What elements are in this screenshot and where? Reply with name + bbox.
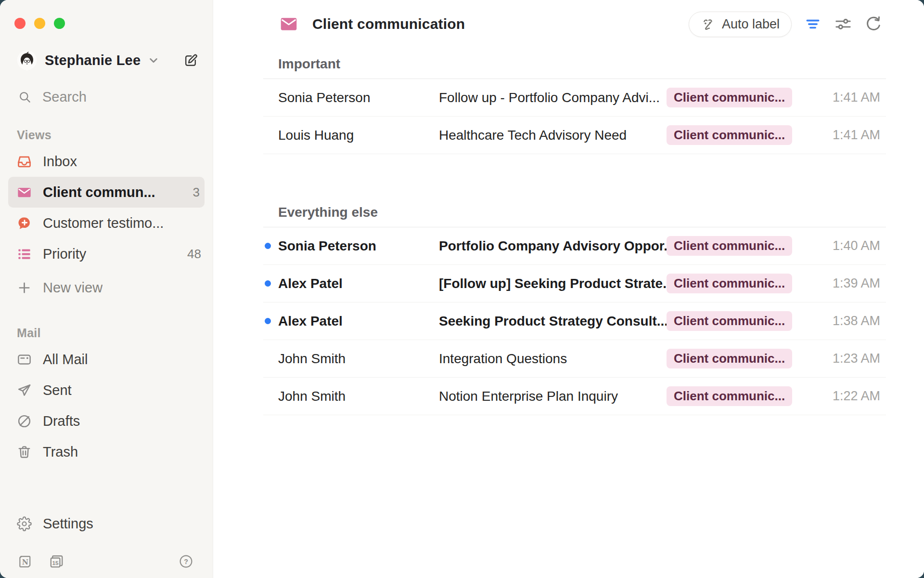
email-subject: Follow up - Portfolio Company Advi... [439, 90, 667, 105]
sidebar-item-sent[interactable]: Sent [0, 375, 213, 406]
header-actions: Auto label [689, 12, 883, 37]
sidebar-item-label: All Mail [43, 352, 88, 368]
sidebar: Stephanie Lee Search Views Inbox [0, 0, 213, 578]
email-row[interactable]: Sonia Peterson Follow up - Portfolio Com… [263, 79, 886, 117]
email-row[interactable]: Louis Huang Healthcare Tech Advisory Nee… [263, 117, 886, 154]
refresh-icon[interactable] [864, 15, 883, 33]
account-name: Stephanie Lee [45, 53, 141, 68]
email-label-badge[interactable]: Client communic... [667, 125, 792, 145]
mail-label-icon [281, 17, 297, 31]
display-settings-icon[interactable] [834, 15, 852, 33]
sidebar-section-label: Mail [17, 326, 213, 340]
email-time: 1:41 AM [833, 90, 886, 105]
email-subject: Integration Questions [439, 351, 667, 367]
email-time: 1:40 AM [833, 238, 886, 253]
email-label-badge[interactable]: Client communic... [667, 274, 792, 293]
email-row[interactable]: Alex Patel Seeking Product Strategy Cons… [263, 302, 886, 340]
section-title: Everything else [263, 204, 886, 221]
sidebar-item-priority[interactable]: Priority 48 [0, 238, 213, 269]
email-subject: [Follow up] Seeking Product Strate... [439, 276, 667, 291]
email-sender: John Smith [278, 351, 439, 367]
sidebar-footer: N 15 ? [17, 553, 193, 569]
email-time: 1:38 AM [833, 314, 886, 328]
plus-icon [17, 280, 32, 295]
email-list: Important Sonia Peterson Follow up - Por… [263, 37, 886, 415]
sidebar-item-client-communication[interactable]: Client commun... 3 [8, 177, 205, 208]
sidebar-item-count: 3 [193, 185, 200, 200]
search-icon [18, 91, 31, 104]
email-label-badge[interactable]: Client communic... [667, 311, 792, 331]
gear-icon [17, 516, 32, 531]
close-button[interactable] [14, 18, 26, 29]
sidebar-item-label: New view [43, 280, 103, 296]
email-row[interactable]: Alex Patel [Follow up] Seeking Product S… [263, 265, 886, 302]
unread-dot [265, 318, 271, 324]
email-time: 1:41 AM [833, 128, 886, 143]
sidebar-item-label: Sent [43, 382, 72, 398]
minimize-button[interactable] [34, 18, 45, 29]
email-label-badge[interactable]: Client communic... [667, 88, 792, 107]
sidebar-item-trash[interactable]: Trash [0, 436, 213, 467]
section-title: Important [263, 56, 886, 72]
email-label-badge[interactable]: Client communic... [667, 386, 792, 406]
svg-text:N: N [22, 558, 28, 566]
sidebar-item-customer-testimonials[interactable]: Customer testimo... [0, 208, 213, 238]
email-row[interactable]: John Smith Integration Questions Client … [263, 340, 886, 378]
email-subject: Seeking Product Strategy Consult... [439, 314, 667, 329]
sidebar-item-label: Trash [43, 444, 78, 460]
sidebar-item-drafts[interactable]: Drafts [0, 406, 213, 436]
page-title: Client communication [312, 16, 465, 32]
avatar [17, 50, 37, 70]
settings-label: Settings [43, 516, 93, 532]
sidebar-item-label: Customer testimo... [43, 215, 164, 231]
sidebar-item-count: 48 [187, 247, 201, 262]
filter-icon[interactable] [804, 15, 822, 33]
email-sender: Alex Patel [278, 314, 439, 329]
view-header: Client communication Auto label [281, 12, 883, 37]
email-row[interactable]: John Smith Notion Enterprise Plan Inquir… [263, 378, 886, 415]
search-button[interactable]: Search [0, 89, 213, 105]
sidebar-item-label: Client commun... [43, 184, 155, 200]
account-switcher[interactable]: Stephanie Lee [17, 50, 198, 71]
auto-label-button[interactable]: Auto label [689, 12, 792, 37]
window-controls [0, 0, 213, 29]
email-section: Important Sonia Peterson Follow up - Por… [263, 56, 886, 154]
app-window: Stephanie Lee Search Views Inbox [0, 0, 924, 578]
email-section: Everything else Sonia Peterson Portfolio… [263, 204, 886, 415]
priority-list-icon [17, 247, 32, 262]
compose-button[interactable] [183, 53, 198, 68]
sidebar-item-settings[interactable]: Settings [17, 516, 93, 532]
email-subject: Portfolio Company Advisory Oppor... [439, 238, 667, 254]
sidebar-nav: Views Inbox Client commun... 3 Customer … [0, 128, 213, 467]
draft-icon [17, 414, 32, 429]
email-row[interactable]: Sonia Peterson Portfolio Company Advisor… [263, 227, 886, 265]
mail-icon [17, 185, 32, 200]
zoom-button[interactable] [54, 18, 65, 29]
sidebar-item-label: Inbox [43, 154, 77, 170]
email-time: 1:23 AM [833, 351, 886, 366]
auto-label-icon [701, 17, 716, 32]
email-sender: Sonia Peterson [278, 238, 439, 254]
email-label-badge[interactable]: Client communic... [667, 236, 792, 256]
sidebar-item-all-mail[interactable]: All Mail [0, 344, 213, 375]
main-panel: Client communication Auto label [213, 0, 924, 578]
auto-label-text: Auto label [722, 17, 780, 32]
email-label-badge[interactable]: Client communic... [667, 349, 792, 368]
svg-text:?: ? [184, 558, 188, 565]
email-sender: Sonia Peterson [278, 90, 439, 105]
chevron-down-icon [147, 54, 160, 66]
all-mail-icon [17, 352, 32, 367]
help-icon[interactable]: ? [179, 554, 193, 569]
email-sender: John Smith [278, 389, 439, 404]
chat-plus-icon [17, 216, 32, 231]
notion-icon[interactable]: N [17, 553, 33, 569]
sidebar-item-label: Drafts [43, 413, 80, 429]
sidebar-item-label: Priority [43, 246, 86, 262]
send-icon [17, 383, 32, 398]
sidebar-item-new-view[interactable]: New view [0, 272, 213, 303]
calendar-icon[interactable]: 15 [49, 553, 65, 569]
email-time: 1:39 AM [833, 276, 886, 291]
sidebar-item-inbox[interactable]: Inbox [0, 146, 213, 177]
email-sender: Louis Huang [278, 128, 439, 143]
email-time: 1:22 AM [833, 389, 886, 404]
